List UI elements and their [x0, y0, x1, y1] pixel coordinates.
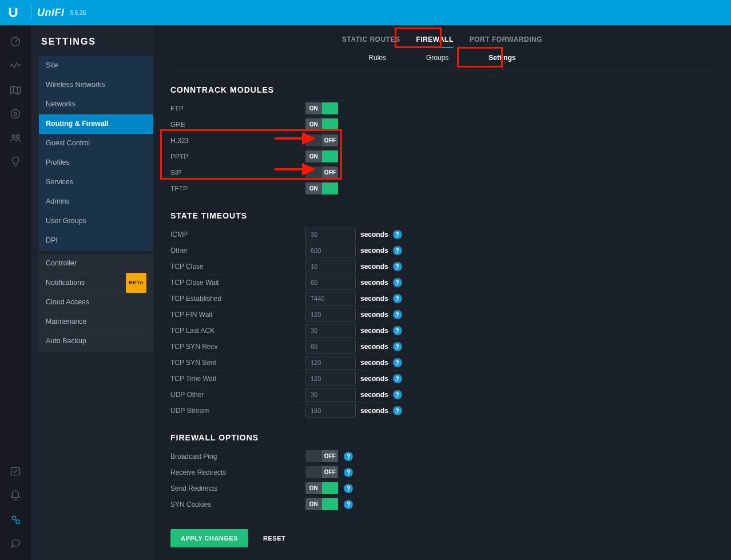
timeout-row-tcp-syn-recv: TCP SYN Recvseconds?	[170, 338, 714, 354]
sidebar-item-label: Admins	[46, 192, 70, 211]
tab-static-routes[interactable]: STATIC ROUTES	[342, 35, 400, 48]
timeout-input-udp-other[interactable]	[305, 388, 356, 402]
row-label: TCP Last ACK	[170, 327, 305, 335]
timeout-input-tcp-close-wait[interactable]	[305, 276, 356, 289]
devices-icon[interactable]	[7, 105, 24, 122]
help-icon[interactable]: ?	[344, 452, 353, 461]
toggle-tftp[interactable]: ON	[305, 182, 338, 194]
timeout-input-udp-stream[interactable]	[305, 404, 356, 418]
timeout-row-tcp-fin-wait: TCP FIN Waitseconds?	[170, 306, 714, 322]
toggle-receive-redirects[interactable]: OFF	[305, 466, 338, 478]
help-icon[interactable]: ?	[344, 484, 353, 493]
svg-point-6	[12, 516, 16, 520]
timeout-input-tcp-time-wait[interactable]	[305, 372, 356, 386]
timeout-input-tcp-close[interactable]	[305, 260, 356, 273]
sidebar-item-cloud-access[interactable]: Cloud Access	[39, 293, 153, 312]
sidebar-item-auto-backup[interactable]: Auto Backup	[39, 332, 153, 351]
timeout-input-icmp[interactable]	[305, 228, 356, 241]
tab-port-forwarding[interactable]: PORT FORWARDING	[470, 35, 542, 48]
sidebar-item-notifications[interactable]: NotificationsBETA	[39, 273, 153, 293]
help-icon[interactable]: ?	[393, 358, 402, 367]
toggle-syn-cookies[interactable]: ON	[305, 498, 338, 510]
timeout-row-tcp-established: TCP Establishedseconds?	[170, 290, 714, 306]
sidebar-item-label: Controller	[46, 254, 77, 273]
conntrack-row-gre: GREON	[170, 116, 714, 132]
sidebar-item-dpi[interactable]: DPI	[39, 231, 153, 251]
help-icon[interactable]: ?	[344, 500, 353, 509]
reset-button[interactable]: RESET	[260, 534, 289, 542]
toggle-gre[interactable]: ON	[305, 118, 338, 130]
help-icon[interactable]: ?	[393, 310, 402, 319]
toggle-pptp[interactable]: ON	[305, 150, 338, 162]
tab-divider	[170, 70, 714, 70]
apply-changes-button[interactable]: APPLY CHANGES	[170, 529, 248, 547]
help-icon[interactable]: ?	[393, 390, 402, 399]
subtab-settings[interactable]: Settings	[488, 54, 515, 62]
sidebar-item-user-groups[interactable]: User Groups	[39, 212, 153, 231]
firewall-subtabs: RulesGroupsSettings	[170, 54, 714, 65]
unit-label: seconds	[360, 279, 388, 287]
timeout-input-other[interactable]	[305, 244, 356, 257]
row-label: TCP SYN Recv	[170, 343, 305, 351]
subtab-groups[interactable]: Groups	[426, 54, 448, 62]
row-label: UDP Other	[170, 391, 305, 399]
row-label: Send Redirects	[170, 484, 305, 493]
sidebar-item-routing-firewall[interactable]: Routing & Firewall	[39, 114, 153, 134]
help-icon[interactable]: ?	[393, 374, 402, 383]
events-icon[interactable]	[7, 463, 24, 480]
help-icon[interactable]: ?	[393, 278, 402, 287]
sidebar-item-admins[interactable]: Admins	[39, 192, 153, 212]
help-icon[interactable]: ?	[393, 294, 402, 303]
sidebar-item-label: User Groups	[46, 212, 86, 231]
svg-point-2	[14, 113, 17, 116]
fwoption-row-syn-cookies: SYN CookiesON?	[170, 496, 714, 512]
unit-label: seconds	[360, 311, 388, 319]
help-icon[interactable]: ?	[393, 326, 402, 335]
subtab-rules[interactable]: Rules	[368, 54, 386, 62]
sidebar-item-services[interactable]: Services	[39, 173, 153, 192]
sidebar-item-label: Profiles	[46, 153, 70, 172]
toggle-broadcast-ping[interactable]: OFF	[305, 450, 338, 462]
sidebar-item-controller[interactable]: Controller	[39, 254, 153, 273]
sidebar-item-label: DPI	[46, 231, 58, 250]
statistics-icon[interactable]	[7, 57, 24, 74]
help-icon[interactable]: ?	[393, 246, 402, 255]
timeout-input-tcp-established[interactable]	[305, 292, 356, 305]
sidebar-item-maintenance[interactable]: Maintenance	[39, 312, 153, 332]
toggle-ftp[interactable]: ON	[305, 102, 338, 114]
timeout-input-tcp-syn-sent[interactable]	[305, 356, 356, 370]
map-icon[interactable]	[7, 81, 24, 98]
row-label: TCP Close Wait	[170, 279, 305, 287]
toggle-send-redirects[interactable]: ON	[305, 482, 338, 494]
clients-icon[interactable]	[7, 129, 24, 146]
row-label: UDP Stream	[170, 407, 305, 415]
toggle-sip[interactable]: OFF	[305, 166, 338, 178]
sidebar-item-wireless-networks[interactable]: Wireless Networks	[39, 76, 153, 95]
help-icon[interactable]: ?	[393, 342, 402, 351]
alerts-icon[interactable]	[7, 487, 24, 504]
sidebar-item-guest-control[interactable]: Guest Control	[39, 134, 153, 153]
conntrack-row-ftp: FTPON	[170, 100, 714, 116]
help-icon[interactable]: ?	[393, 262, 402, 271]
tab-firewall[interactable]: FIREWALL	[416, 35, 453, 48]
timeout-input-tcp-fin-wait[interactable]	[305, 308, 356, 321]
help-icon[interactable]: ?	[393, 230, 402, 239]
timeout-input-tcp-last-ack[interactable]	[305, 324, 356, 337]
settings-icon[interactable]	[7, 511, 24, 528]
chat-icon[interactable]	[7, 535, 24, 552]
help-icon[interactable]: ?	[393, 406, 402, 415]
sidebar-item-label: Networks	[46, 95, 76, 114]
insights-icon[interactable]	[7, 153, 24, 170]
row-label: Broadcast Ping	[170, 452, 305, 460]
toggle-h323[interactable]: OFF	[305, 134, 338, 146]
help-icon[interactable]: ?	[344, 468, 353, 477]
conntrack-row-pptp: PPTPON	[170, 148, 714, 164]
sidebar-item-site[interactable]: Site	[39, 56, 153, 76]
sidebar-item-profiles[interactable]: Profiles	[39, 153, 153, 173]
sidebar-item-networks[interactable]: Networks	[39, 95, 153, 114]
conntrack-row-tftp: TFTPON	[170, 180, 714, 196]
unit-label: seconds	[360, 263, 388, 271]
dashboard-icon[interactable]	[7, 33, 24, 50]
timeout-input-tcp-syn-recv[interactable]	[305, 340, 356, 354]
sidebar-heading: SETTINGS	[41, 37, 153, 47]
